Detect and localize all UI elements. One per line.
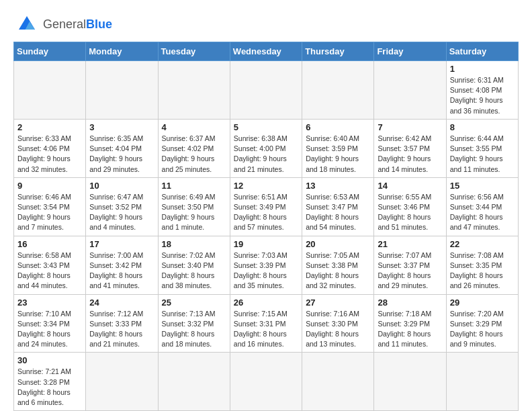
calendar-cell: 20Sunrise: 7:05 AM Sunset: 3:38 PM Dayli… <box>302 236 374 294</box>
day-info: Sunrise: 7:18 AM Sunset: 3:29 PM Dayligh… <box>378 309 442 350</box>
day-header-monday: Monday <box>86 42 158 61</box>
day-number: 4 <box>162 122 226 132</box>
calendar-cell: 18Sunrise: 7:02 AM Sunset: 3:40 PM Dayli… <box>158 236 230 294</box>
calendar-cell <box>446 353 518 411</box>
calendar-cell: 22Sunrise: 7:08 AM Sunset: 3:35 PM Dayli… <box>446 236 518 294</box>
calendar-cell: 23Sunrise: 7:10 AM Sunset: 3:34 PM Dayli… <box>14 294 86 353</box>
calendar-cell: 12Sunrise: 6:51 AM Sunset: 3:49 PM Dayli… <box>230 177 302 236</box>
calendar-cell <box>230 353 302 411</box>
day-number: 1 <box>450 64 515 74</box>
calendar-cell <box>158 61 230 120</box>
day-number: 12 <box>234 181 298 191</box>
day-info: Sunrise: 6:58 AM Sunset: 3:43 PM Dayligh… <box>17 250 82 291</box>
day-number: 14 <box>378 181 442 191</box>
calendar-cell: 29Sunrise: 7:20 AM Sunset: 3:29 PM Dayli… <box>446 294 518 353</box>
calendar-cell: 30Sunrise: 7:21 AM Sunset: 3:28 PM Dayli… <box>14 353 86 411</box>
calendar-cell: 14Sunrise: 6:55 AM Sunset: 3:46 PM Dayli… <box>374 177 446 236</box>
day-number: 26 <box>234 298 298 308</box>
calendar-cell: 13Sunrise: 6:53 AM Sunset: 3:47 PM Dayli… <box>302 177 374 236</box>
calendar-cell: 10Sunrise: 6:47 AM Sunset: 3:52 PM Dayli… <box>86 177 158 236</box>
calendar-cell: 25Sunrise: 7:13 AM Sunset: 3:32 PM Dayli… <box>158 294 230 353</box>
day-info: Sunrise: 7:15 AM Sunset: 3:31 PM Dayligh… <box>234 309 298 350</box>
day-info: Sunrise: 7:07 AM Sunset: 3:37 PM Dayligh… <box>378 250 442 291</box>
header: GeneralBlue <box>13 13 519 35</box>
day-header-thursday: Thursday <box>302 42 374 61</box>
header-row: SundayMondayTuesdayWednesdayThursdayFrid… <box>14 42 519 61</box>
day-info: Sunrise: 6:40 AM Sunset: 3:59 PM Dayligh… <box>306 134 370 175</box>
calendar-cell: 17Sunrise: 7:00 AM Sunset: 3:42 PM Dayli… <box>86 236 158 294</box>
calendar-cell: 15Sunrise: 6:56 AM Sunset: 3:44 PM Dayli… <box>446 177 518 236</box>
calendar-cell: 16Sunrise: 6:58 AM Sunset: 3:43 PM Dayli… <box>14 236 86 294</box>
day-number: 16 <box>17 239 82 249</box>
day-number: 20 <box>306 239 370 249</box>
calendar-cell: 9Sunrise: 6:46 AM Sunset: 3:54 PM Daylig… <box>14 177 86 236</box>
day-info: Sunrise: 6:51 AM Sunset: 3:49 PM Dayligh… <box>234 192 298 233</box>
calendar: SundayMondayTuesdayWednesdayThursdayFrid… <box>13 42 519 411</box>
day-number: 25 <box>162 298 226 308</box>
day-number: 23 <box>17 298 82 308</box>
week-row-2: 2Sunrise: 6:33 AM Sunset: 4:06 PM Daylig… <box>14 119 519 177</box>
day-number: 24 <box>89 298 154 308</box>
calendar-cell: 8Sunrise: 6:44 AM Sunset: 3:55 PM Daylig… <box>446 119 518 177</box>
day-info: Sunrise: 6:38 AM Sunset: 4:00 PM Dayligh… <box>234 134 298 175</box>
day-number: 10 <box>89 181 154 191</box>
day-number: 13 <box>306 181 370 191</box>
day-number: 30 <box>17 355 82 365</box>
day-number: 29 <box>450 298 515 308</box>
day-header-saturday: Saturday <box>446 42 518 61</box>
calendar-cell <box>86 61 158 120</box>
week-row-4: 16Sunrise: 6:58 AM Sunset: 3:43 PM Dayli… <box>14 236 519 294</box>
week-row-1: 1Sunrise: 6:31 AM Sunset: 4:08 PM Daylig… <box>14 61 519 120</box>
day-number: 8 <box>450 122 515 132</box>
day-number: 5 <box>234 122 298 132</box>
day-info: Sunrise: 6:47 AM Sunset: 3:52 PM Dayligh… <box>89 192 154 233</box>
day-number: 2 <box>17 122 82 132</box>
week-row-5: 23Sunrise: 7:10 AM Sunset: 3:34 PM Dayli… <box>14 294 519 353</box>
day-number: 21 <box>378 239 442 249</box>
calendar-cell <box>302 353 374 411</box>
day-info: Sunrise: 6:31 AM Sunset: 4:08 PM Dayligh… <box>450 75 515 116</box>
week-row-6: 30Sunrise: 7:21 AM Sunset: 3:28 PM Dayli… <box>14 353 519 411</box>
day-info: Sunrise: 6:53 AM Sunset: 3:47 PM Dayligh… <box>306 192 370 233</box>
day-info: Sunrise: 7:10 AM Sunset: 3:34 PM Dayligh… <box>17 309 82 350</box>
day-number: 18 <box>162 239 226 249</box>
day-info: Sunrise: 6:49 AM Sunset: 3:50 PM Dayligh… <box>162 192 226 233</box>
day-number: 17 <box>89 239 154 249</box>
calendar-cell <box>158 353 230 411</box>
calendar-cell: 24Sunrise: 7:12 AM Sunset: 3:33 PM Dayli… <box>86 294 158 353</box>
day-info: Sunrise: 6:33 AM Sunset: 4:06 PM Dayligh… <box>17 134 82 175</box>
day-number: 22 <box>450 239 515 249</box>
day-info: Sunrise: 7:03 AM Sunset: 3:39 PM Dayligh… <box>234 250 298 291</box>
calendar-cell <box>86 353 158 411</box>
calendar-cell: 26Sunrise: 7:15 AM Sunset: 3:31 PM Dayli… <box>230 294 302 353</box>
calendar-cell: 6Sunrise: 6:40 AM Sunset: 3:59 PM Daylig… <box>302 119 374 177</box>
logo: GeneralBlue <box>13 13 112 35</box>
calendar-cell <box>14 61 86 120</box>
calendar-cell: 11Sunrise: 6:49 AM Sunset: 3:50 PM Dayli… <box>158 177 230 236</box>
day-header-friday: Friday <box>374 42 446 61</box>
day-info: Sunrise: 6:37 AM Sunset: 4:02 PM Dayligh… <box>162 134 226 175</box>
calendar-cell <box>302 61 374 120</box>
day-info: Sunrise: 7:08 AM Sunset: 3:35 PM Dayligh… <box>450 250 515 291</box>
calendar-cell: 3Sunrise: 6:35 AM Sunset: 4:04 PM Daylig… <box>86 119 158 177</box>
day-info: Sunrise: 7:21 AM Sunset: 3:28 PM Dayligh… <box>17 367 82 408</box>
calendar-cell: 2Sunrise: 6:33 AM Sunset: 4:06 PM Daylig… <box>14 119 86 177</box>
day-number: 28 <box>378 298 442 308</box>
day-number: 27 <box>306 298 370 308</box>
day-header-tuesday: Tuesday <box>158 42 230 61</box>
calendar-cell: 7Sunrise: 6:42 AM Sunset: 3:57 PM Daylig… <box>374 119 446 177</box>
day-info: Sunrise: 6:56 AM Sunset: 3:44 PM Dayligh… <box>450 192 515 233</box>
calendar-cell: 4Sunrise: 6:37 AM Sunset: 4:02 PM Daylig… <box>158 119 230 177</box>
day-number: 9 <box>17 181 82 191</box>
day-header-sunday: Sunday <box>14 42 86 61</box>
logo-text: GeneralBlue <box>43 17 112 32</box>
day-info: Sunrise: 6:35 AM Sunset: 4:04 PM Dayligh… <box>89 134 154 175</box>
day-number: 19 <box>234 239 298 249</box>
week-row-3: 9Sunrise: 6:46 AM Sunset: 3:54 PM Daylig… <box>14 177 519 236</box>
day-info: Sunrise: 6:55 AM Sunset: 3:46 PM Dayligh… <box>378 192 442 233</box>
calendar-cell: 27Sunrise: 7:16 AM Sunset: 3:30 PM Dayli… <box>302 294 374 353</box>
calendar-cell <box>374 353 446 411</box>
day-info: Sunrise: 7:16 AM Sunset: 3:30 PM Dayligh… <box>306 309 370 350</box>
day-info: Sunrise: 7:13 AM Sunset: 3:32 PM Dayligh… <box>162 309 226 350</box>
calendar-cell: 21Sunrise: 7:07 AM Sunset: 3:37 PM Dayli… <box>374 236 446 294</box>
